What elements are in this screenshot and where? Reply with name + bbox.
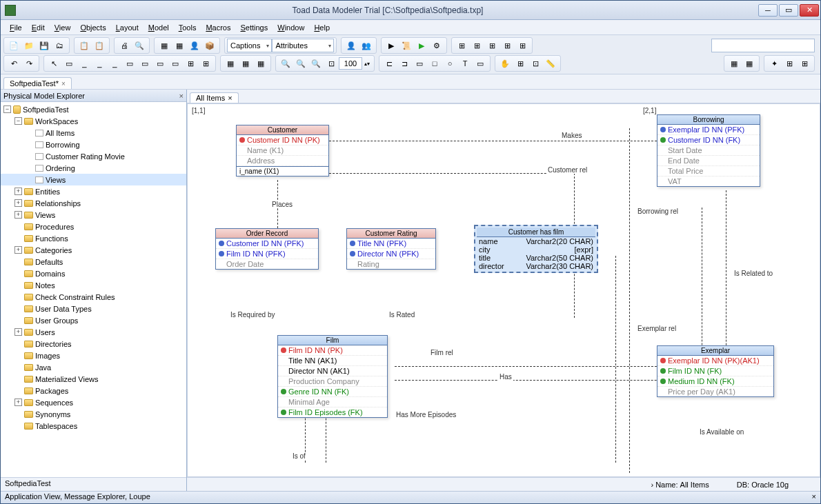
view-column[interactable]: city[expr] [477, 245, 595, 254]
expander-icon[interactable] [14, 281, 22, 289]
undo-button[interactable]: ↶ [7, 57, 21, 70]
tree-node[interactable]: Tablespaces [1, 420, 186, 432]
tree-node[interactable]: Borrowing [1, 139, 186, 150]
entity-attribute[interactable]: Director NN (AK1) [278, 366, 387, 376]
diagram-b-button[interactable]: ⊞ [470, 39, 484, 52]
redo-button[interactable]: ↷ [22, 57, 36, 70]
expander-icon[interactable]: + [14, 199, 22, 207]
expander-icon[interactable]: + [14, 399, 22, 406]
opt-a-button[interactable]: ▦ [727, 57, 741, 70]
menu-objects[interactable]: Objects [75, 22, 110, 33]
file-tab-close-icon[interactable]: × [61, 80, 66, 88]
rel-c-button[interactable]: ⎯ [108, 57, 121, 70]
expander-icon[interactable] [26, 141, 33, 148]
bottom-panel-close-icon[interactable]: × [812, 492, 816, 503]
opt-b-button[interactable]: ▦ [742, 57, 756, 70]
align-a-button[interactable]: ⊏ [382, 57, 396, 70]
menu-window[interactable]: Window [273, 22, 309, 33]
rel-e-button[interactable]: ▭ [138, 57, 152, 70]
pan-button[interactable]: ✋ [498, 57, 512, 70]
entity-attribute[interactable]: Film ID NN (PK) [278, 345, 387, 356]
diagram-c-button[interactable]: ⊞ [485, 39, 499, 52]
menu-tools[interactable]: Tools [174, 22, 201, 33]
diagram-e-button[interactable]: ⊞ [515, 39, 529, 52]
zoom-in-button[interactable]: 🔍 [279, 57, 293, 70]
close-button[interactable]: ✕ [800, 4, 819, 17]
snap-button[interactable]: ⊡ [528, 57, 542, 70]
entity-attribute[interactable]: Order Date [216, 259, 318, 269]
save-button[interactable]: 💾 [37, 39, 51, 52]
entity-attribute[interactable]: Title NN (PFK) [347, 239, 435, 249]
tree-node[interactable]: Customer Rating Movie [1, 150, 186, 162]
file-tab[interactable]: SoftpediaTest* × [3, 77, 72, 89]
tree-node[interactable]: User Groups [1, 314, 186, 326]
tree-node[interactable]: +Entities [1, 185, 186, 197]
search-input[interactable] [711, 39, 815, 52]
entity-film[interactable]: FilmFilm ID NN (PK)Title NN (AK1)Directo… [277, 335, 388, 418]
user-button[interactable]: 👤 [344, 39, 358, 52]
tree-node[interactable]: Defaults [1, 256, 186, 268]
maximize-button[interactable]: ▭ [779, 4, 798, 17]
layer-a-button[interactable]: ▦ [224, 57, 237, 70]
entity-order-record[interactable]: Order RecordCustomer ID NN (PFK)Film ID … [215, 228, 319, 270]
pointer-button[interactable]: ↖ [47, 57, 61, 70]
entity-attribute[interactable]: End Date [657, 156, 760, 166]
entity-borrowing[interactable]: BorrowingExemplar ID NN (PFK)Customer ID… [657, 114, 760, 187]
tree-node[interactable]: Directories [1, 338, 186, 350]
entity-attribute[interactable]: Start Date [657, 145, 760, 156]
menu-view[interactable]: View [50, 22, 76, 33]
new-button[interactable]: 📄 [7, 39, 21, 52]
entity-attribute[interactable]: Name (K1) [237, 145, 328, 156]
expander-icon[interactable]: + [14, 246, 22, 254]
tool-b-button[interactable]: ▦ [172, 39, 186, 52]
tree-node[interactable]: +Views [1, 209, 186, 221]
expander-icon[interactable] [14, 363, 22, 371]
canvas-tab[interactable]: All Items × [190, 92, 239, 103]
entity-button[interactable]: ▭ [62, 57, 76, 70]
run-button[interactable]: ▶ [384, 39, 398, 52]
captions-dropdown[interactable]: Captions [227, 39, 272, 52]
text-button[interactable]: T [458, 57, 472, 70]
align-b-button[interactable]: ⊐ [397, 57, 411, 70]
entity-attribute[interactable]: Total Price [657, 166, 760, 177]
expander-icon[interactable] [14, 270, 22, 277]
opt-c-button[interactable]: ✦ [767, 57, 781, 70]
entity-attribute[interactable]: Price per Day (AK1) [657, 387, 773, 396]
open-button[interactable]: 📁 [22, 39, 36, 52]
entity-attribute[interactable]: Minimal Age [278, 397, 387, 407]
users-button[interactable]: 👥 [359, 39, 373, 52]
ruler-button[interactable]: 📏 [544, 57, 557, 70]
expander-icon[interactable]: + [14, 211, 22, 219]
tool-c-button[interactable]: 👤 [188, 39, 201, 52]
entity-attribute[interactable]: Genre ID NN (FK) [278, 387, 387, 397]
expander-icon[interactable]: + [14, 188, 22, 195]
expander-icon[interactable]: − [14, 117, 22, 125]
entity-attribute[interactable]: Address [237, 156, 328, 166]
explorer-tree[interactable]: −SoftpediaTest−WorkSpacesAll ItemsBorrow… [1, 102, 186, 477]
diagram-d-button[interactable]: ⊞ [500, 39, 514, 52]
entity-customer-rating[interactable]: Customer RatingTitle NN (PFK)Director NN… [346, 228, 436, 270]
view-customer-has-film[interactable]: Customer has filmnameVarchar2(20 CHAR)ci… [474, 225, 598, 273]
view-column[interactable]: nameVarchar2(20 CHAR) [477, 237, 595, 245]
tree-node[interactable]: Ordering [1, 162, 186, 174]
tree-node[interactable]: Java [1, 361, 186, 373]
expander-icon[interactable] [26, 152, 33, 160]
entity-exemplar[interactable]: ExemplarExemplar ID NN (PK)(AK1)Film ID … [657, 345, 774, 397]
entity-attribute[interactable]: Medium ID NN (FK) [657, 376, 773, 387]
script-button[interactable]: 📜 [399, 39, 413, 52]
tree-node[interactable]: User Data Types [1, 303, 186, 314]
tree-node[interactable]: Images [1, 350, 186, 361]
shape-square-button[interactable]: □ [428, 57, 442, 70]
expander-icon[interactable] [14, 234, 22, 242]
entity-attribute[interactable]: Exemplar ID NN (PK)(AK1) [657, 356, 773, 366]
macro-button[interactable]: ⚙ [430, 39, 444, 52]
expander-icon[interactable] [14, 340, 22, 347]
rel-f-button[interactable]: ▭ [153, 57, 167, 70]
tool-a-button[interactable]: ▦ [157, 39, 171, 52]
menu-macros[interactable]: Macros [201, 22, 235, 33]
entity-attribute[interactable]: Production Company [278, 376, 387, 387]
save-all-button[interactable]: 🗂 [52, 39, 66, 52]
expander-icon[interactable] [26, 176, 33, 183]
rel-h-button[interactable]: ⊞ [184, 57, 197, 70]
entity-attribute[interactable]: Film ID NN (FK) [657, 366, 773, 376]
